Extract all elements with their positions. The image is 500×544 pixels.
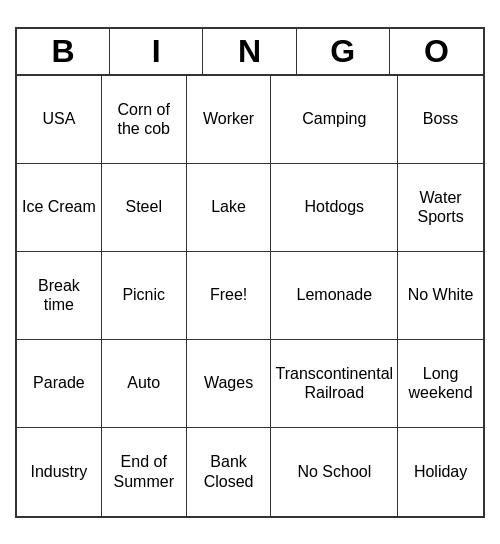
cell-text-12: Free! [210,285,247,304]
cell-12: Free! [187,252,272,340]
cell-text-2: Worker [203,109,254,128]
cell-23: No School [271,428,398,516]
cell-text-16: Auto [127,373,160,392]
cell-7: Lake [187,164,272,252]
cell-13: Lemonade [271,252,398,340]
cell-10: Break time [17,252,102,340]
cell-text-19: Long weekend [402,364,479,402]
cell-20: Industry [17,428,102,516]
cell-24: Holiday [398,428,483,516]
bingo-card: BINGO USACorn of the cobWorkerCampingBos… [15,27,485,518]
cell-5: Ice Cream [17,164,102,252]
cell-text-3: Camping [302,109,366,128]
cell-0: USA [17,76,102,164]
header-letter-G: G [297,29,390,74]
cell-text-9: Water Sports [402,188,479,226]
cell-8: Hotdogs [271,164,398,252]
cell-text-10: Break time [21,276,97,314]
cell-18: Transcontinental Railroad [271,340,398,428]
cell-15: Parade [17,340,102,428]
cell-text-4: Boss [423,109,459,128]
cell-text-0: USA [42,109,75,128]
bingo-header: BINGO [17,29,483,76]
cell-text-13: Lemonade [297,285,373,304]
cell-11: Picnic [102,252,187,340]
header-letter-O: O [390,29,483,74]
cell-text-24: Holiday [414,462,467,481]
cell-text-8: Hotdogs [305,197,365,216]
cell-17: Wages [187,340,272,428]
bingo-grid: USACorn of the cobWorkerCampingBossIce C… [17,76,483,516]
cell-text-23: No School [297,462,371,481]
header-letter-I: I [110,29,203,74]
cell-16: Auto [102,340,187,428]
header-letter-B: B [17,29,110,74]
cell-14: No White [398,252,483,340]
cell-19: Long weekend [398,340,483,428]
cell-text-5: Ice Cream [22,197,96,216]
cell-text-11: Picnic [122,285,165,304]
cell-text-22: Bank Closed [191,452,267,490]
cell-text-6: Steel [125,197,161,216]
cell-9: Water Sports [398,164,483,252]
cell-21: End of Summer [102,428,187,516]
cell-22: Bank Closed [187,428,272,516]
cell-text-21: End of Summer [106,452,182,490]
cell-text-18: Transcontinental Railroad [275,364,393,402]
cell-text-17: Wages [204,373,253,392]
cell-text-7: Lake [211,197,246,216]
cell-text-1: Corn of the cob [106,100,182,138]
cell-text-15: Parade [33,373,85,392]
cell-6: Steel [102,164,187,252]
cell-2: Worker [187,76,272,164]
cell-4: Boss [398,76,483,164]
cell-text-14: No White [408,285,474,304]
cell-1: Corn of the cob [102,76,187,164]
cell-text-20: Industry [30,462,87,481]
header-letter-N: N [203,29,296,74]
cell-3: Camping [271,76,398,164]
